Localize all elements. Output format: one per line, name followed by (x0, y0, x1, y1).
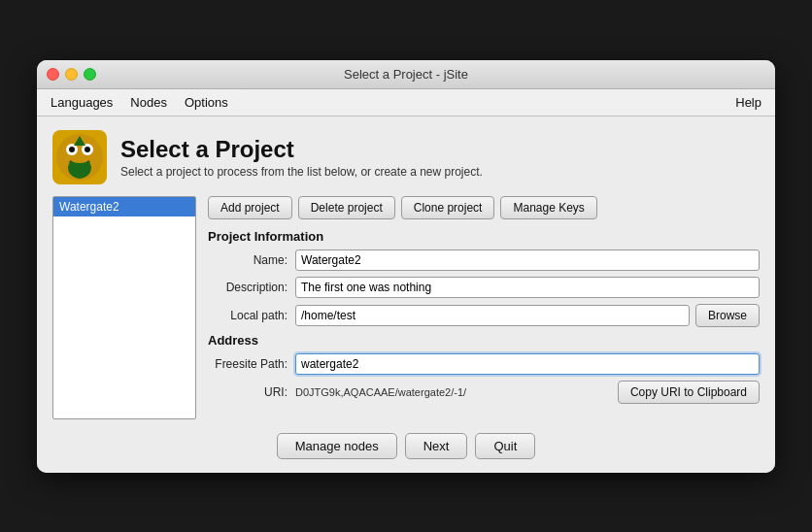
name-input[interactable] (295, 249, 760, 271)
browse-button[interactable]: Browse (695, 304, 760, 327)
quit-button[interactable]: Quit (475, 433, 535, 459)
local-path-input[interactable] (295, 305, 690, 326)
name-row: Name: (208, 249, 760, 271)
clone-project-button[interactable]: Clone project (401, 196, 495, 219)
uri-row: URI: D0JTG9k,AQACAAE/watergate2/-1/ Copy… (208, 381, 760, 404)
menubar-left: Languages Nodes Options (43, 93, 236, 112)
footer-buttons: Manage nodes Next Quit (52, 433, 760, 459)
address-title: Address (208, 333, 760, 348)
name-label: Name: (208, 253, 295, 267)
svg-point-3 (69, 147, 75, 152)
main-layout: Watergate2 Add project Delete project Cl… (52, 196, 760, 419)
uri-value: D0JTG9k,AQACAAE/watergate2/-1/ (295, 386, 612, 398)
next-button[interactable]: Next (405, 433, 468, 459)
project-list: Watergate2 (52, 196, 196, 419)
page-title: Select a Project (120, 136, 483, 163)
add-project-button[interactable]: Add project (208, 196, 292, 219)
window-title: Select a Project - jSite (344, 67, 468, 82)
action-buttons-row: Add project Delete project Clone project… (208, 196, 760, 219)
titlebar: Select a Project - jSite (37, 60, 775, 89)
menu-nodes[interactable]: Nodes (122, 93, 175, 112)
copy-uri-button[interactable]: Copy URI to Clipboard (618, 381, 760, 404)
project-info-section: Project Information Name: Description: L… (208, 229, 760, 327)
local-path-controls: Browse (295, 304, 760, 327)
delete-project-button[interactable]: Delete project (298, 196, 395, 219)
manage-nodes-button[interactable]: Manage nodes (277, 433, 397, 459)
content-area: Select a Project Select a project to pro… (37, 116, 775, 473)
freesite-path-input[interactable] (295, 353, 760, 375)
maximize-button[interactable] (84, 68, 96, 81)
logo-icon (54, 132, 105, 183)
minimize-button[interactable] (65, 68, 78, 81)
menu-help[interactable]: Help (727, 93, 769, 112)
project-list-box[interactable]: Watergate2 (52, 196, 196, 419)
app-logo (52, 130, 107, 184)
local-path-label: Local path: (208, 309, 295, 322)
description-label: Description: (208, 281, 295, 294)
close-button[interactable] (47, 68, 59, 81)
svg-point-4 (85, 147, 90, 152)
description-row: Description: (208, 277, 760, 298)
header-text: Select a Project Select a project to pro… (120, 136, 483, 179)
header: Select a Project Select a project to pro… (52, 130, 760, 184)
window-controls (47, 68, 96, 81)
main-window: Select a Project - jSite Languages Nodes… (37, 60, 775, 473)
project-list-item[interactable]: Watergate2 (53, 197, 195, 216)
menu-languages[interactable]: Languages (43, 93, 120, 112)
freesite-path-row: Freesite Path: (208, 353, 760, 375)
local-path-row: Local path: Browse (208, 304, 760, 327)
manage-keys-button[interactable]: Manage Keys (500, 196, 596, 219)
page-subtitle: Select a project to process from the lis… (120, 165, 483, 179)
uri-label: URI: (208, 385, 295, 399)
project-info-title: Project Information (208, 229, 760, 244)
right-panel: Add project Delete project Clone project… (208, 196, 760, 419)
freesite-path-label: Freesite Path: (208, 357, 295, 371)
menu-options[interactable]: Options (177, 93, 236, 112)
menubar: Languages Nodes Options Help (37, 89, 775, 116)
address-section: Address Freesite Path: URI: D0JTG9k,AQAC… (208, 333, 760, 404)
uri-controls: D0JTG9k,AQACAAE/watergate2/-1/ Copy URI … (295, 381, 760, 404)
description-input[interactable] (295, 277, 760, 298)
